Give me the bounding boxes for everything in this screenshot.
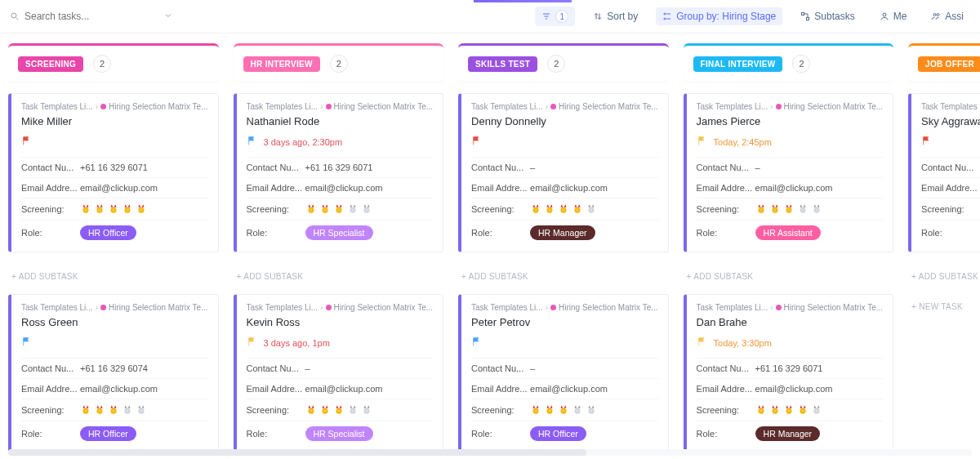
filter-button[interactable]: 1 xyxy=(535,7,575,26)
lane-count: 2 xyxy=(547,55,565,73)
svg-point-85 xyxy=(815,208,818,212)
flag-row xyxy=(471,336,658,350)
svg-point-73 xyxy=(576,409,579,412)
svg-point-31 xyxy=(112,409,115,412)
svg-point-93 xyxy=(801,409,804,412)
role-badge: HR Officer xyxy=(80,426,136,441)
svg-point-77 xyxy=(760,208,763,212)
field-label-role: Role: xyxy=(247,429,305,439)
chevron-down-icon[interactable] xyxy=(163,11,173,23)
horizontal-scrollbar[interactable] xyxy=(8,449,972,456)
breadcrumb: Task Templates Li...›Hiring Selection Ma… xyxy=(921,102,980,111)
svg-point-13 xyxy=(883,13,886,16)
candidate-name: Denny Donnelly xyxy=(471,115,658,127)
candidate-name: Peter Petrov xyxy=(471,316,658,328)
groupby-label: Group by: Hiring Stage xyxy=(676,11,776,22)
field-label-role: Role: xyxy=(921,228,980,238)
field-label-role: Role: xyxy=(471,429,530,439)
add-subtask-button[interactable]: + ADD SUBTASK xyxy=(8,264,219,283)
priority-flag-icon[interactable] xyxy=(21,336,32,350)
priority-flag-icon[interactable] xyxy=(471,136,482,149)
search-input[interactable] xyxy=(24,11,139,22)
task-card[interactable]: Task Templates Li...›Hiring Selection Ma… xyxy=(234,294,444,453)
priority-flag-icon[interactable] xyxy=(247,336,257,350)
subtasks-button[interactable]: Subtasks xyxy=(794,7,861,25)
status-dot-icon xyxy=(326,305,332,310)
filter-count: 1 xyxy=(555,10,568,23)
stage-pill: JOB OFFER xyxy=(918,56,980,72)
svg-point-69 xyxy=(548,409,551,412)
add-subtask-button[interactable]: + ADD SUBTASK xyxy=(458,264,669,283)
field-label-screening: Screening: xyxy=(697,405,755,415)
field-label-email: Email Addre... xyxy=(921,183,980,193)
priority-flag-icon[interactable] xyxy=(21,136,32,149)
breadcrumb: Task Templates Li...›Hiring Selection Ma… xyxy=(247,303,434,312)
priority-flag-icon[interactable] xyxy=(697,136,707,149)
lane-header[interactable]: SKILLS TEST2 xyxy=(458,43,669,82)
svg-point-41 xyxy=(337,208,341,212)
svg-point-61 xyxy=(562,208,565,212)
lane-final_interview: FINAL INTERVIEW2 Task Templates Li...›Hi… xyxy=(684,43,894,459)
priority-flag-icon[interactable] xyxy=(471,336,482,350)
task-card[interactable]: Task Templates Li...›Hiring Selection Ma… xyxy=(684,294,894,453)
stage-pill: SKILLS TEST xyxy=(468,56,537,72)
field-label-role: Role: xyxy=(247,228,305,238)
svg-line-1 xyxy=(16,18,19,20)
candidate-name: Ross Green xyxy=(21,316,208,328)
svg-point-35 xyxy=(140,409,143,412)
role-badge: HR Officer xyxy=(80,225,136,240)
task-card[interactable]: Task Templates Li...›Hiring Selection Ma… xyxy=(8,93,219,252)
field-label-contact: Contact Nu... xyxy=(21,163,80,172)
lane-header[interactable]: HR INTERVIEW2 xyxy=(234,43,444,82)
sort-button[interactable]: Sort by xyxy=(586,7,644,25)
role-badge: HR Specialist xyxy=(305,426,373,441)
lane-hr_interview: HR INTERVIEW2 Task Templates Li...›Hirin… xyxy=(234,43,444,459)
add-subtask-button[interactable]: + ADD SUBTASK xyxy=(684,264,894,283)
flag-row xyxy=(471,136,658,149)
email-value: email@clickup.com xyxy=(755,384,833,394)
task-card[interactable]: Task Templates Li...›Hiring Selection Ma… xyxy=(8,294,219,453)
priority-flag-icon[interactable] xyxy=(921,136,932,149)
screening-medals xyxy=(80,404,147,416)
status-dot-icon xyxy=(776,305,782,310)
svg-point-21 xyxy=(112,208,115,212)
task-card[interactable]: Task Templates Li...›Hiring Selection Ma… xyxy=(458,294,669,453)
field-label-email: Email Addre... xyxy=(21,384,80,394)
svg-point-71 xyxy=(562,409,565,412)
field-label-contact: Contact Nu... xyxy=(247,363,305,373)
screening-medals xyxy=(305,404,372,416)
due-date: 3 days ago, 2:30pm xyxy=(264,137,343,147)
svg-point-0 xyxy=(11,13,16,18)
svg-point-51 xyxy=(337,409,341,412)
assignee-button[interactable]: Assi xyxy=(924,7,970,25)
add-subtask-button[interactable]: + ADD SUBTASK xyxy=(234,264,444,283)
svg-rect-9 xyxy=(802,13,804,16)
me-button[interactable]: Me xyxy=(873,7,914,25)
task-card[interactable]: Task Templates Li...›Hiring Selection Ma… xyxy=(234,93,444,252)
priority-flag-icon[interactable] xyxy=(247,136,257,149)
task-card[interactable]: Task Templates Li...›Hiring Selection Ma… xyxy=(458,93,669,252)
field-label-screening: Screening: xyxy=(921,204,980,214)
new-task-button[interactable]: + NEW TASK xyxy=(908,294,980,313)
field-label-contact: Contact Nu... xyxy=(471,363,530,373)
priority-flag-icon[interactable] xyxy=(697,336,707,350)
groupby-button[interactable]: Group by: Hiring Stage xyxy=(656,7,782,25)
svg-point-45 xyxy=(365,208,368,212)
status-dot-icon xyxy=(326,104,332,109)
field-label-screening: Screening: xyxy=(247,204,305,214)
field-label-contact: Contact Nu... xyxy=(21,363,80,373)
lane-header[interactable]: SCREENING2 xyxy=(8,43,219,82)
status-dot-icon xyxy=(550,305,556,310)
flag-row: 3 days ago, 2:30pm xyxy=(247,136,434,149)
contact-value: +61 16 329 6071 xyxy=(755,363,823,373)
lane-header[interactable]: JOB OFFER1 xyxy=(908,43,980,82)
svg-point-17 xyxy=(84,208,87,212)
field-label-screening: Screening: xyxy=(21,405,80,415)
lane-header[interactable]: FINAL INTERVIEW2 xyxy=(684,43,894,82)
subtasks-label: Subtasks xyxy=(814,11,854,22)
status-dot-icon xyxy=(100,104,106,109)
task-card[interactable]: Task Templates Li...›Hiring Selection Ma… xyxy=(684,93,894,252)
field-label-screening: Screening: xyxy=(21,204,80,214)
task-card[interactable]: Task Templates Li...›Hiring Selection Ma… xyxy=(908,93,980,252)
add-subtask-button[interactable]: + ADD SUBTASK xyxy=(908,264,980,283)
